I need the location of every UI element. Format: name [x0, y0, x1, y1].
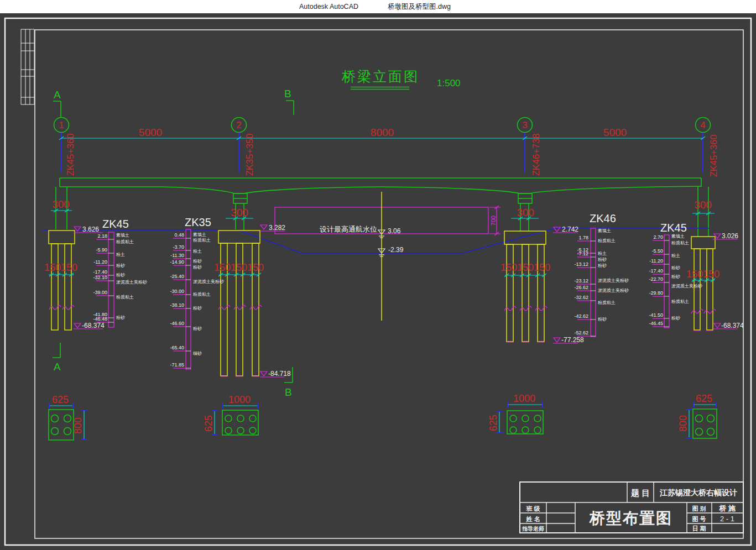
axis-number-2: 2 [236, 120, 241, 130]
axis-number-1: 1 [59, 120, 64, 130]
borehole-annotation: 淤泥质土夹粉砂 [671, 284, 702, 289]
borehole-annotation: 淤泥质土夹粉砂 [598, 288, 629, 293]
app-title: Autodesk AutoCAD [299, 3, 358, 11]
pile-tip-level-3: -77.258 [561, 336, 584, 344]
pier2-width-dim: 300 [231, 207, 248, 218]
borehole-annotation: -14.90 [170, 259, 184, 265]
span-dim-2: 8000 [371, 127, 394, 138]
station-4: ZK45+360 [708, 134, 718, 177]
cap4-width: 625 [696, 393, 712, 404]
pile-dim-p3: 150150150 [500, 262, 550, 273]
borehole-annotation: 粉砂 [598, 317, 607, 322]
axis-number-4: 4 [700, 120, 705, 130]
section-b-top: B [284, 88, 291, 99]
ground-level-1: 3.626 [82, 226, 99, 233]
number-value: 2 - 1 [720, 515, 734, 523]
borehole-annotation: -46.60 [170, 321, 184, 326]
axis-number-3: 3 [522, 120, 527, 130]
borehole-annotation: -52.62 [574, 330, 588, 336]
borehole-annotation: 粉质粘土 [116, 295, 134, 300]
borehole-annotation: -3.70 [173, 244, 184, 250]
borehole-name: ZK45 [660, 222, 687, 234]
borehole-name: ZK45 [102, 218, 129, 230]
pile-tip-level-4: -68.374 [721, 322, 744, 329]
borehole-annotation: -41.50 [649, 312, 663, 318]
cap3-width: 1000 [513, 393, 535, 404]
drawing-name: 桥型布置图 [589, 510, 672, 527]
clearance-height-dim: 700 [490, 216, 497, 226]
borehole-annotation: 粉砂 [598, 263, 607, 268]
borehole-annotation: -46.48 [93, 316, 107, 322]
borehole-name: ZK46 [590, 212, 616, 224]
borehole-annotation: 粉质粘土 [116, 239, 134, 244]
section-a-bottom: A [54, 361, 61, 373]
borehole-annotation: 素填土 [193, 232, 206, 237]
borehole-annotation: -5.50 [651, 248, 663, 254]
model-space[interactable] [0, 13, 756, 550]
borehole-annotation: 粉砂 [116, 315, 125, 320]
category-value: 桥 施 [718, 504, 736, 512]
borehole-annotation: -23.12 [574, 278, 588, 284]
borehole-annotation: -39.00 [93, 290, 107, 295]
borehole-annotation: -7.12 [577, 251, 588, 256]
borehole-annotation: -38.10 [170, 302, 184, 308]
class-label: 班 级 [525, 505, 540, 512]
advisor-label: 指导老师 [522, 526, 544, 532]
borehole-annotation: 粉质粘土 [193, 292, 211, 297]
drawing-scale: 1:500 [437, 78, 461, 88]
borehole-annotation: 淤泥质土夹粉砂 [598, 278, 629, 283]
borehole-annotation: 素填土 [116, 233, 129, 238]
borehole-annotation: 粉砂 [193, 306, 202, 311]
subject-label: 题 目 [630, 488, 650, 497]
borehole-annotation: 粉质粘土 [671, 299, 689, 304]
station-2: ZK35+350 [244, 133, 254, 176]
drawing-title: 桥梁立面图 [341, 69, 419, 84]
section-a-top: A [54, 89, 61, 101]
autocad-canvas: Autodesk AutoCAD 桥墩图及桥型图.dwg 桥梁立面图 1:500… [0, 0, 756, 550]
borehole-annotation: 粉土 [671, 253, 680, 258]
cap2-height: 625 [203, 415, 214, 432]
pile-dim-p1: 150150 [44, 262, 77, 273]
window-titlebar [0, 0, 756, 13]
borehole-annotation: 1.78 [578, 235, 588, 240]
borehole-name: ZK35 [185, 216, 211, 228]
ground-level-4: 3.026 [722, 232, 738, 240]
borehole-annotation: 粉质粘土 [598, 300, 616, 305]
borehole-annotation: 素填土 [598, 228, 611, 233]
pier4-width-dim: 300 [694, 199, 712, 211]
borehole-annotation: -17.40 [93, 269, 107, 275]
borehole-annotation: 粉砂 [193, 259, 202, 264]
borehole-annotation: 粉质粘土 [671, 240, 689, 245]
ground-level-3: 2.742 [562, 226, 578, 233]
borehole-annotation: 粉砂 [671, 316, 680, 321]
borehole-annotation: 粉砂 [193, 265, 202, 270]
borehole-annotation: -11.20 [649, 258, 663, 264]
name-label: 姓 名 [525, 516, 540, 522]
borehole-annotation: 粉土 [598, 251, 607, 256]
borehole-annotation: 粉砂 [116, 263, 125, 268]
pier3-width-dim: 300 [517, 207, 534, 218]
station-3: ZK46+738 [531, 133, 541, 176]
number-label: 图 号 [692, 516, 706, 522]
borehole-annotation: -22.70 [649, 276, 663, 282]
autocad-window: Autodesk AutoCAD 桥墩图及桥型图.dwg 桥梁立面图 1:500… [0, 0, 756, 550]
borehole-annotation: 粉土 [193, 249, 202, 254]
cap1-height: 800 [72, 417, 84, 434]
borehole-annotation: 粉质粘土 [193, 238, 211, 243]
section-b-bottom: B [285, 386, 292, 398]
borehole-annotation: 2.70 [653, 234, 663, 240]
borehole-annotation: 粉砂 [598, 257, 607, 262]
borehole-annotation: 淤泥质土夹粉砂 [116, 280, 147, 285]
borehole-annotation: -13.12 [574, 261, 588, 267]
borehole-annotation: 0.48 [174, 232, 184, 238]
pile-tip-level-2: -84.718 [268, 370, 291, 378]
cap3-height: 625 [488, 415, 499, 431]
borehole-annotation: -26.62 [574, 285, 588, 290]
cap4-height: 800 [677, 415, 689, 432]
borehole-annotation: -42.62 [574, 313, 588, 319]
borehole-annotation: 粉土 [116, 252, 125, 257]
document-title: 桥墩图及桥型图.dwg [388, 3, 451, 11]
pile-dim-p4: 150150 [686, 269, 719, 280]
high-water-level: 3.06 [388, 227, 401, 235]
pile-dim-p2: 150150150 [214, 262, 264, 273]
